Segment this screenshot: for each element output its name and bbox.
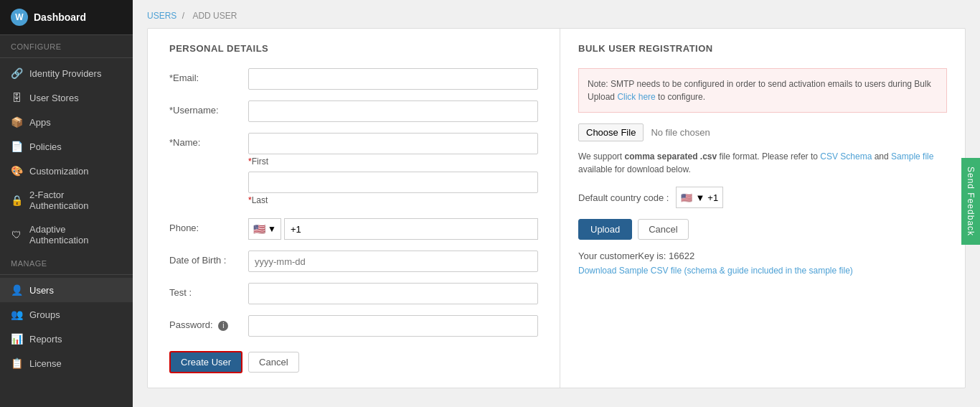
sidebar-item-adaptive-auth[interactable]: 🛡 Adaptive Authentication: [0, 217, 133, 252]
breadcrumb-current: ADD USER: [192, 11, 237, 21]
download-sample-link[interactable]: Download Sample CSV file (schema & guide…: [578, 266, 853, 276]
sidebar-item-label: Policies: [29, 141, 62, 152]
phone-number-input[interactable]: [284, 218, 538, 240]
sidebar-item-customization[interactable]: 🎨 Customization: [0, 159, 133, 183]
email-field-wrapper: [248, 68, 538, 90]
policies-icon: 📄: [11, 141, 22, 152]
cancel-upload-button[interactable]: Cancel: [638, 219, 688, 240]
identity-providers-icon: 🔗: [11, 67, 22, 79]
click-here-link[interactable]: Click here: [617, 92, 655, 102]
username-label: *Username:: [169, 100, 248, 116]
username-row: *Username:: [169, 100, 538, 122]
phone-row: Phone: 🇺🇸 ▼: [169, 218, 538, 240]
sidebar-item-label: Identity Providers: [29, 68, 101, 79]
csv-and: and: [872, 151, 891, 162]
country-row: Default country code : 🇺🇸 ▼ +1: [578, 187, 947, 208]
test-input[interactable]: [248, 283, 538, 304]
sidebar-logo[interactable]: W Dashboard: [0, 0, 133, 35]
sidebar-item-groups[interactable]: 👥 Groups: [0, 302, 133, 327]
sidebar-item-label: Customization: [29, 166, 88, 177]
sidebar-item-user-stores[interactable]: 🗄 User Stores: [0, 85, 133, 110]
phone-flag-emoji: 🇺🇸: [253, 223, 265, 235]
csv-sample-link[interactable]: Sample file: [891, 151, 933, 162]
first-name-input[interactable]: [248, 133, 538, 154]
email-row: *Email:: [169, 68, 538, 90]
phone-label: Phone:: [169, 218, 248, 233]
sidebar-item-identity-providers[interactable]: 🔗 Identity Providers: [0, 61, 133, 85]
sidebar-item-policies[interactable]: 📄 Policies: [0, 134, 133, 159]
name-label: *Name:: [169, 133, 248, 148]
upload-button[interactable]: Upload: [578, 219, 632, 240]
create-user-button[interactable]: Create User: [169, 351, 242, 373]
email-input[interactable]: [248, 68, 538, 90]
sidebar-item-label: User Stores: [29, 93, 79, 103]
cancel-button[interactable]: Cancel: [248, 352, 298, 373]
personal-details-panel: PERSONAL DETAILS *Email: *Username: *Nam…: [148, 29, 560, 388]
file-choose-row: Choose File No file chosen: [578, 123, 947, 141]
smtp-alert: Note: SMTP needs to be configured in ord…: [578, 68, 947, 113]
adaptive-auth-icon: 🛡: [11, 229, 22, 240]
2fa-icon: 🔒: [11, 195, 22, 206]
phone-country-selector[interactable]: 🇺🇸 ▼: [248, 218, 281, 240]
sidebar-item-label: Reports: [29, 334, 62, 345]
email-label: *Email:: [169, 68, 248, 83]
feedback-tab[interactable]: Send Feedback: [961, 158, 980, 245]
main-content: USERS / ADD USER PERSONAL DETAILS *Email…: [133, 0, 980, 407]
csv-info: We support comma separated .csv file for…: [578, 150, 947, 176]
test-row: Test :: [169, 283, 538, 304]
bulk-registration-title: BULK USER REGISTRATION: [578, 43, 947, 54]
country-dropdown-arrow: ▼: [695, 192, 705, 203]
manage-label: Manage: [0, 252, 133, 271]
dob-label: Date of Birth :: [169, 251, 248, 266]
password-label-text: Password:: [169, 319, 213, 330]
country-flag-emoji: 🇺🇸: [681, 192, 692, 203]
sidebar-item-label: Apps: [29, 117, 51, 128]
sidebar-item-license[interactable]: 📋 License: [0, 351, 133, 375]
dob-input[interactable]: [248, 251, 538, 272]
sidebar-item-apps[interactable]: 📦 Apps: [0, 110, 133, 134]
sidebar-item-label: Adaptive Authentication: [29, 224, 122, 245]
breadcrumb: USERS / ADD USER: [133, 0, 980, 28]
password-info-icon[interactable]: i: [218, 321, 228, 331]
sidebar-item-label: 2-Factor Authentication: [29, 190, 122, 211]
username-field-wrapper: [248, 100, 538, 122]
configure-label: Configure: [0, 35, 133, 55]
first-label: *First: [248, 156, 538, 167]
csv-info-prefix: We support: [578, 151, 624, 162]
username-input[interactable]: [248, 100, 538, 122]
sidebar-item-users[interactable]: 👤 Users: [0, 278, 133, 302]
personal-details-title: PERSONAL DETAILS: [169, 43, 538, 54]
alert-suffix: to configure.: [656, 92, 705, 102]
configure-divider: [0, 57, 133, 58]
last-name-input[interactable]: [248, 172, 538, 193]
dob-field-wrapper: [248, 251, 538, 272]
reports-icon: 📊: [11, 333, 22, 345]
sidebar-item-label: Users: [29, 285, 54, 296]
breadcrumb-separator: /: [182, 11, 184, 21]
phone-input-row: 🇺🇸 ▼: [248, 218, 538, 240]
apps-icon: 📦: [11, 116, 22, 128]
bulk-registration-panel: BULK USER REGISTRATION Note: SMTP needs …: [560, 29, 965, 388]
form-actions: Create User Cancel: [169, 351, 538, 373]
phone-dropdown-arrow: ▼: [268, 224, 276, 234]
name-field-wrapper: *First *Last: [248, 133, 538, 207]
password-row: Password: i: [169, 315, 538, 337]
csv-schema-link[interactable]: CSV Schema: [820, 151, 872, 162]
country-code: +1: [707, 192, 718, 203]
choose-file-button[interactable]: Choose File: [578, 123, 644, 141]
password-input[interactable]: [248, 315, 538, 337]
csv-info-suffix: file format. Please refer to: [717, 151, 820, 162]
sidebar-item-2fa[interactable]: 🔒 2-Factor Authentication: [0, 183, 133, 217]
groups-icon: 👥: [11, 309, 22, 320]
dob-row: Date of Birth :: [169, 251, 538, 272]
phone-field-wrapper: 🇺🇸 ▼: [248, 218, 538, 240]
user-stores-icon: 🗄: [11, 92, 22, 103]
country-label: Default country code :: [578, 192, 669, 203]
country-selector[interactable]: 🇺🇸 ▼ +1: [676, 187, 723, 208]
sidebar-item-reports[interactable]: 📊 Reports: [0, 327, 133, 351]
password-field-wrapper: [248, 315, 538, 337]
customer-key: Your customerKey is: 16622: [578, 251, 947, 261]
form-container: PERSONAL DETAILS *Email: *Username: *Nam…: [147, 28, 966, 388]
breadcrumb-users-link[interactable]: USERS: [147, 11, 176, 21]
no-file-text: No file chosen: [651, 127, 710, 138]
